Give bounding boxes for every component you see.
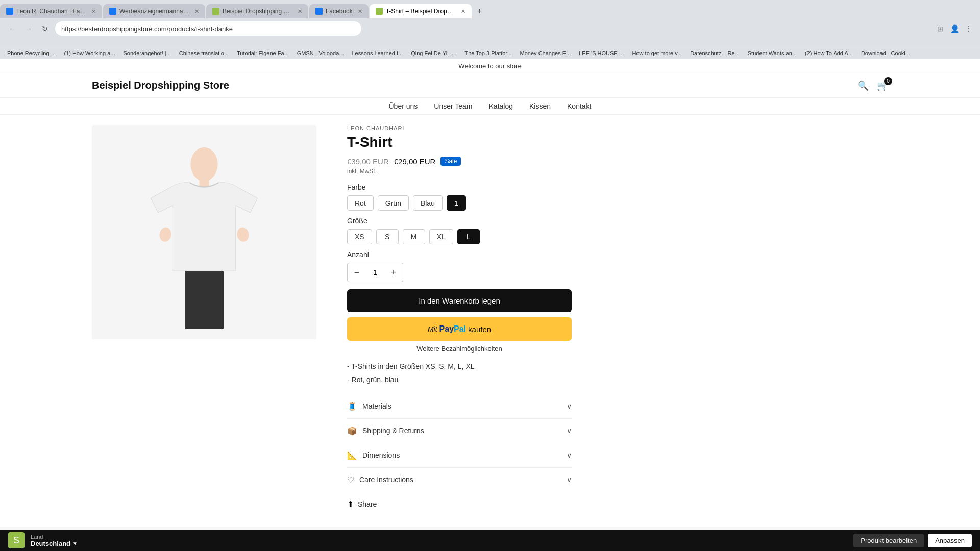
tab-label: Facebook bbox=[326, 8, 353, 15]
size-s[interactable]: S bbox=[376, 229, 399, 244]
bookmark-1[interactable]: (1) How Working a... bbox=[61, 49, 118, 57]
tab-label: Beispiel Dropshipping Store ... bbox=[223, 8, 292, 15]
bookmark-2[interactable]: Sonderangebot! |... bbox=[120, 49, 174, 57]
dimensions-title: Dimensions bbox=[362, 451, 400, 459]
shopify-bar: S Land Deutschland ▼ Produkt bearbeiten … bbox=[0, 530, 980, 551]
nav-kissen[interactable]: Kissen bbox=[529, 102, 551, 110]
color-label: Farbe bbox=[347, 183, 572, 191]
bookmark-3[interactable]: Chinese translatio... bbox=[176, 49, 232, 57]
desc-line-1: - T-Shirts in den Größen XS, S, M, L, XL bbox=[347, 361, 572, 372]
bookmark-11[interactable]: How to get more v... bbox=[629, 49, 685, 57]
accordion-materials-header[interactable]: 🧵 Materials ∨ bbox=[347, 394, 572, 418]
bookmark-5[interactable]: GMSN - Volooda... bbox=[294, 49, 347, 57]
tab-fb[interactable]: Facebook ✕ bbox=[309, 4, 369, 18]
shopify-left: S Land Deutschland ▼ bbox=[8, 532, 78, 548]
reload-button[interactable]: ↻ bbox=[39, 22, 51, 35]
tab-close[interactable]: ✕ bbox=[91, 8, 96, 15]
cart-badge: 0 bbox=[884, 77, 892, 85]
nav-kontakt[interactable]: Kontakt bbox=[567, 102, 591, 110]
tab-active[interactable]: T-Shirt – Beispiel Dropshippin... ✕ bbox=[370, 4, 472, 18]
bookmark-4[interactable]: Tutorial: Eigene Fa... bbox=[234, 49, 292, 57]
materials-icon: 🧵 bbox=[347, 402, 357, 411]
quantity-decrease[interactable]: − bbox=[348, 263, 366, 282]
nav-uber-uns[interactable]: Über uns bbox=[388, 102, 418, 110]
color-1[interactable]: 1 bbox=[447, 195, 466, 211]
color-rot[interactable]: Rot bbox=[347, 195, 374, 211]
browser-icons: ⊞ 👤 ⋮ bbox=[935, 23, 974, 34]
nav-katalog[interactable]: Katalog bbox=[489, 102, 513, 110]
tab-close[interactable]: ✕ bbox=[298, 8, 302, 15]
tab-close[interactable]: ✕ bbox=[358, 8, 362, 15]
bookmark-14[interactable]: (2) How To Add A... bbox=[802, 49, 856, 57]
original-price: €39,00 EUR bbox=[347, 157, 389, 166]
size-xs[interactable]: XS bbox=[347, 229, 372, 244]
tab-favicon bbox=[212, 8, 219, 15]
profile-icon[interactable]: 👤 bbox=[949, 23, 960, 34]
product-title: T-Shirt bbox=[347, 134, 572, 151]
product-description: - T-Shirts in den Größen XS, S, M, L, XL… bbox=[347, 361, 572, 386]
tab-label: Werbeanzeignermannager – We... bbox=[119, 8, 189, 15]
welcome-banner: Welcome to our store bbox=[0, 59, 980, 73]
add-to-cart-button[interactable]: In den Warenkorb legen bbox=[347, 289, 572, 312]
accordion-dimensions-header[interactable]: 📐 Dimensions ∨ bbox=[347, 443, 572, 467]
size-m[interactable]: M bbox=[403, 229, 425, 244]
share-row[interactable]: ⬆ Share bbox=[347, 492, 572, 516]
accordion-care-header[interactable]: ♡ Care Instructions ∨ bbox=[347, 468, 572, 492]
dimensions-icon: 📐 bbox=[347, 450, 357, 460]
tab-store[interactable]: Beispiel Dropshipping Store ... ✕ bbox=[206, 4, 308, 18]
color-blau[interactable]: Blau bbox=[413, 195, 443, 211]
edit-product-button[interactable]: Produkt bearbeiten bbox=[853, 534, 924, 547]
materials-chevron: ∨ bbox=[567, 402, 572, 410]
svg-point-4 bbox=[236, 227, 250, 243]
paypal-button[interactable]: Mit PayPal kaufen bbox=[347, 317, 572, 341]
bookmark-9[interactable]: Money Changes E... bbox=[517, 49, 574, 57]
tab-close[interactable]: ✕ bbox=[194, 8, 199, 15]
forward-button[interactable]: → bbox=[22, 22, 35, 35]
bookmarks-bar: Phone Recycling-... (1) How Working a...… bbox=[0, 46, 980, 59]
quantity-value: 1 bbox=[366, 268, 384, 277]
payment-options-link[interactable]: Weitere Bezahlmöglichkeiten bbox=[347, 345, 572, 353]
brand-name: LEON CHAUDHARI bbox=[347, 125, 572, 131]
share-label: Share bbox=[358, 500, 377, 508]
bookmark-12[interactable]: Datenschutz – Re... bbox=[687, 49, 743, 57]
customize-button[interactable]: Anpassen bbox=[928, 534, 972, 547]
color-options: Rot Grün Blau 1 bbox=[347, 195, 572, 211]
bookmark-6[interactable]: Lessons Learned f... bbox=[349, 49, 406, 57]
tab-werbe[interactable]: Werbeanzeignermannager – We... ✕ bbox=[103, 4, 205, 18]
svg-rect-1 bbox=[200, 178, 209, 188]
store-name: Beispiel Dropshipping Store bbox=[92, 80, 229, 91]
bookmark-7[interactable]: Qing Fei De Yi –... bbox=[408, 49, 459, 57]
search-icon[interactable]: 🔍 bbox=[857, 80, 869, 91]
sale-badge: Sale bbox=[440, 157, 461, 166]
product-accordions: 🧵 Materials ∨ 📦 Shipping & Returns ∨ bbox=[347, 394, 572, 492]
new-tab-button[interactable]: + bbox=[473, 4, 487, 18]
store-header: Beispiel Dropshipping Store 🔍 🛒 0 bbox=[0, 73, 980, 98]
bookmark-8[interactable]: The Top 3 Platfor... bbox=[461, 49, 514, 57]
quantity-label: Anzahl bbox=[347, 251, 572, 259]
shipping-title: Shipping & Returns bbox=[362, 427, 424, 435]
size-l[interactable]: L bbox=[457, 229, 480, 244]
accordion-shipping-header[interactable]: 📦 Shipping & Returns ∨ bbox=[347, 419, 572, 443]
shopify-store-name[interactable]: Deutschland ▼ bbox=[31, 540, 78, 547]
back-button[interactable]: ← bbox=[6, 22, 18, 35]
address-bar[interactable]: https://besterdropshippingstore.com/prod… bbox=[55, 21, 361, 36]
quantity-increase[interactable]: + bbox=[384, 263, 403, 282]
color-grun[interactable]: Grün bbox=[378, 195, 409, 211]
size-xl[interactable]: XL bbox=[429, 229, 453, 244]
extensions-icon[interactable]: ⊞ bbox=[935, 23, 945, 34]
nav-unser-team[interactable]: Unser Team bbox=[434, 102, 472, 110]
paypal-prefix: Mit bbox=[428, 325, 437, 333]
cart-icon[interactable]: 🛒 0 bbox=[877, 80, 888, 91]
bookmark-10[interactable]: LEE 'S HOUSE-... bbox=[576, 49, 627, 57]
menu-icon[interactable]: ⋮ bbox=[964, 23, 974, 34]
header-icons: 🔍 🛒 0 bbox=[857, 80, 888, 91]
bookmark-0[interactable]: Phone Recycling-... bbox=[4, 49, 59, 57]
store-logo[interactable]: Beispiel Dropshipping Store bbox=[92, 80, 857, 91]
shipping-icon: 📦 bbox=[347, 426, 357, 436]
bookmark-15[interactable]: Download - Cooki... bbox=[858, 49, 913, 57]
tab-facebook-leon[interactable]: Leon R. Chaudhari | Facebook ✕ bbox=[0, 4, 102, 18]
tab-close[interactable]: ✕ bbox=[461, 8, 465, 15]
tab-bar: Leon R. Chaudhari | Facebook ✕ Werbeanze… bbox=[0, 0, 980, 18]
bookmark-13[interactable]: Student Wants an... bbox=[745, 49, 800, 57]
address-bar-row: ← → ↻ https://besterdropshippingstore.co… bbox=[0, 18, 980, 39]
